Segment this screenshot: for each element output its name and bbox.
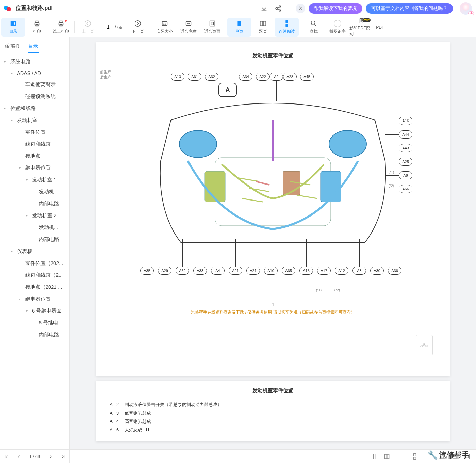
ocr-pdf-button[interactable]: SVIP 影印PDF识别	[349, 18, 373, 37]
find-button[interactable]: 查找	[302, 18, 326, 37]
toc-item[interactable]: 内部电路	[0, 234, 69, 245]
toc-item[interactable]: 线束和线束（2...	[0, 269, 69, 281]
last-page-icon[interactable]	[61, 454, 65, 459]
toc-label: 内部电路	[39, 236, 59, 243]
toc-item[interactable]: 6 号继电...	[0, 317, 69, 329]
toc-item[interactable]: 车道偏离警示	[0, 79, 69, 91]
toc-label: 接地点（2021 ...	[25, 284, 62, 290]
double-page-button[interactable]: 双页	[251, 18, 275, 37]
callout-label: A2	[269, 73, 283, 81]
callout-label: A16	[399, 117, 412, 125]
tab-toc[interactable]: 目录	[28, 40, 39, 53]
tool-label: 双页	[259, 29, 267, 34]
toc-item[interactable]: ▾系统电路	[0, 56, 69, 68]
toc-label: 6 号继电器盒	[32, 308, 62, 314]
svg-rect-8	[36, 21, 38, 23]
svg-rect-38	[414, 453, 416, 456]
catalog-button[interactable]: 目录	[1, 18, 25, 37]
toc-item[interactable]: ▾位置和线路	[0, 102, 69, 114]
online-print-button[interactable]: 线上打印	[49, 18, 73, 37]
next-page-button[interactable]: 下一页	[126, 18, 150, 37]
toc-item[interactable]: ▾继电器位置	[0, 162, 69, 174]
fit-width-button[interactable]: 适合宽度	[177, 18, 200, 37]
parts-list: A2制动液液位警告开关（带总泵的制动助力器总成）A3低音喇叭总成A4高音喇叭总成…	[110, 401, 436, 434]
svg-rect-23	[260, 21, 263, 26]
callout-label: A34	[239, 73, 252, 81]
toc-label: 线束和线束	[25, 141, 51, 147]
toc-label: 继电器位置	[25, 165, 51, 171]
tool-label: 影印PDF识别	[349, 25, 373, 37]
toc-item[interactable]: ▾发动机室 2 ...	[0, 210, 69, 222]
toc-item[interactable]: 零件位置（202...	[0, 257, 69, 269]
ai-suggestion-pill-2[interactable]: 可以基于文档内容回答我的问题吗？	[366, 3, 453, 14]
close-suggestions-button[interactable]: ✕	[296, 4, 305, 13]
title-bar: 位置和线路.pdf ✕ 帮我解读下我的梦境 可以基于文档内容回答我的问题吗？ H…	[0, 0, 476, 17]
svg-point-13	[85, 21, 91, 27]
next-icon[interactable]	[48, 454, 53, 459]
toc-label: 发动机室	[17, 117, 37, 124]
callout-label: A66	[399, 185, 412, 193]
toc-label: 系统电路	[10, 59, 31, 65]
prev-icon[interactable]	[17, 454, 21, 459]
toc-item[interactable]: 零件位置	[0, 126, 69, 138]
print-button[interactable]: 打印	[25, 18, 49, 37]
toc-item[interactable]: 接地点	[0, 150, 69, 162]
continuous-button[interactable]: 连续阅读	[275, 18, 299, 37]
single-page-button[interactable]: 单页	[227, 18, 251, 37]
toc-label: 发动机室 2 ...	[32, 212, 62, 219]
chevron-right-icon	[134, 20, 142, 27]
qr-code-icon: ▦扫码查看	[416, 335, 433, 355]
fit-page-button[interactable]: 适合页面	[200, 18, 224, 37]
download-icon[interactable]	[260, 5, 268, 12]
parts-row: A6大灯总成 LH	[110, 426, 436, 434]
page-total: / 69	[115, 25, 122, 30]
callout-label: A21	[246, 267, 260, 275]
share-icon[interactable]	[275, 5, 282, 12]
svg-rect-25	[286, 20, 288, 23]
document-viewer[interactable]: 发动机室零件位置 前生产 后生产	[70, 37, 476, 463]
ai-suggestion-pill-1[interactable]: 帮我解读下我的梦境	[309, 3, 362, 14]
toc-item[interactable]: ▾发动机室	[0, 114, 69, 126]
crop-icon	[334, 20, 341, 27]
single-view-icon[interactable]	[371, 453, 378, 460]
toc-label: 发动机...	[39, 189, 58, 195]
bottom-footnotes: (*1) (*2)	[110, 287, 436, 292]
toc-item[interactable]: ▾发动机室 1 ...	[0, 174, 69, 186]
svg-point-29	[179, 130, 217, 158]
toc-item[interactable]: 内部电路	[0, 198, 69, 210]
svg-text:1:1: 1:1	[163, 22, 166, 25]
actual-size-button[interactable]: 1:1 实际大小	[153, 18, 177, 37]
production-note: 前生产 后生产	[100, 69, 111, 80]
toc-label: 发动机...	[39, 224, 58, 231]
prev-page-button[interactable]: 上一页	[76, 18, 100, 37]
toc-label: 继电器位置	[25, 296, 51, 302]
chevron-icon: ▾	[26, 214, 30, 218]
first-page-icon[interactable]	[4, 454, 9, 459]
toc-item[interactable]: 发动机...	[0, 186, 69, 198]
toc-item[interactable]: ▾仪表板	[0, 245, 69, 257]
toc-item[interactable]: 碰撞预测系统	[0, 91, 69, 102]
tab-thumbnails[interactable]: 缩略图	[5, 40, 21, 53]
engine-diagram: A A13A61A32A34A22A2A28A45 A16A44A43A25A6…	[127, 73, 419, 284]
scroll-view-icon[interactable]	[411, 453, 418, 460]
page-input[interactable]	[103, 24, 113, 30]
toc-item[interactable]: 线束和线束	[0, 138, 69, 150]
toc-item[interactable]: ▾继电器位置	[0, 293, 69, 305]
toc-item[interactable]: ▾ADAS / AD	[0, 68, 69, 79]
toc-item[interactable]: 接地点（2021 ...	[0, 281, 69, 293]
toolbar-divider	[300, 21, 300, 33]
chevron-icon: ▾	[4, 107, 8, 110]
double-view-icon[interactable]	[383, 453, 390, 460]
toc-item[interactable]: 内部电路	[0, 329, 69, 341]
ocr-crop-button[interactable]: 截图识字	[326, 18, 349, 37]
callout-label: A28	[283, 73, 297, 81]
toc-item[interactable]: 发动机...	[0, 222, 69, 234]
user-avatar[interactable]: Hi	[460, 2, 472, 15]
toc-label: ADAS / AD	[17, 70, 41, 76]
pdf-more-button[interactable]: PDF	[373, 18, 387, 37]
toc-item[interactable]: ▾6 号继电器盒	[0, 305, 69, 317]
parts-row: A4高音喇叭总成	[110, 417, 436, 426]
toc-label: 线束和线束（2...	[25, 272, 63, 278]
tool-label: 查找	[310, 29, 318, 34]
actual-size-icon: 1:1	[161, 20, 168, 27]
